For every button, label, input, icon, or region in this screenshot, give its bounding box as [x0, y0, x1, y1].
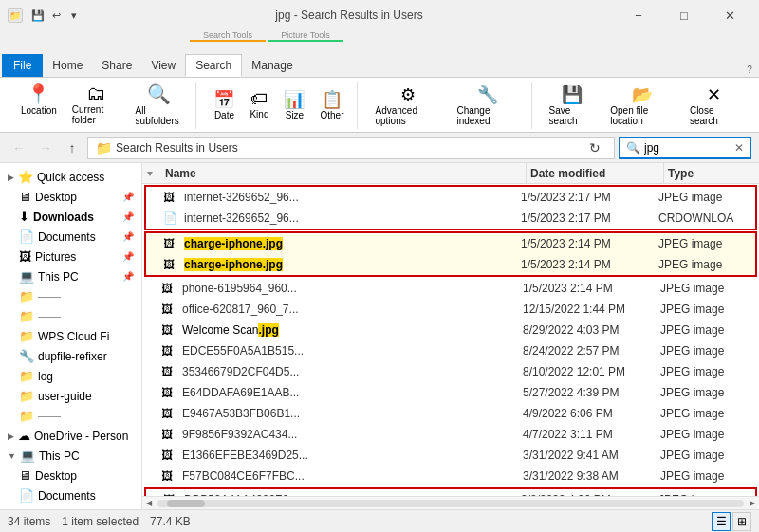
sidebar-item-folder3[interactable]: 📁 —— — [0, 406, 141, 426]
table-row[interactable]: 🖼 F57BC084CE6F7FBC... 3/31/2022 9:38 AM … — [142, 466, 759, 486]
h-scroll-thumb[interactable] — [167, 500, 205, 507]
help-icon[interactable]: ? — [742, 62, 757, 77]
forward-button[interactable]: → — [34, 137, 57, 159]
ribbon-btn-location[interactable]: 📍 Location — [15, 80, 63, 129]
tab-share[interactable]: Share — [92, 54, 141, 77]
ribbon-btn-close[interactable]: ✕ Close search — [684, 82, 744, 129]
file-name: 9F9856F9392AC434... — [178, 428, 523, 441]
sidebar-item-userguide[interactable]: 📁 user-guide — [0, 386, 141, 406]
table-row[interactable]: 🖼 E1366EFEBE3469D25... 3/31/2022 9:41 AM… — [142, 445, 759, 466]
tiles-view-button[interactable]: ⊞ — [732, 512, 751, 531]
sidebar-item-folder2[interactable]: 📁 —— — [0, 306, 141, 326]
details-view-button[interactable]: ☰ — [712, 512, 731, 531]
h-scroll-left-arrow[interactable]: ◀ — [142, 497, 156, 510]
sidebar-item-dupfile[interactable]: 🔧 dupfile-refixer — [0, 346, 141, 366]
ribbon-btn-all[interactable]: 🔍 All subfolders — [130, 80, 189, 129]
back-button[interactable]: ← — [8, 137, 30, 159]
qa-dropdown-icon[interactable]: ▾ — [66, 8, 82, 23]
sidebar-item-documents-pc[interactable]: 📄 Documents — [0, 486, 141, 505]
userguide-icon: 📁 — [19, 389, 34, 403]
h-scroll-track[interactable] — [157, 500, 744, 507]
sidebar-item-desktop-pc[interactable]: 🖥 Desktop — [0, 466, 141, 486]
horizontal-scrollbar[interactable]: ◀ ▶ — [142, 496, 759, 509]
ribbon-btn-kind[interactable]: 🏷 Kind — [244, 86, 274, 123]
table-row[interactable]: 🖼 phone-6195964_960... 1/5/2023 2:14 PM … — [142, 278, 759, 299]
tab-search[interactable]: Search — [185, 54, 242, 77]
sidebar-item-desktop-qa[interactable]: 🖥 Desktop 📌 — [0, 187, 141, 207]
col-header-name[interactable]: Name — [157, 163, 527, 184]
sidebar-item-pictures-qa[interactable]: 🖼 Pictures 📌 — [0, 247, 141, 266]
sidebar-quick-access[interactable]: ▶ ⭐ Quick access — [0, 167, 141, 187]
ribbon-btn-open[interactable]: 📂 Open file location — [604, 82, 680, 129]
ribbon-btn-other[interactable]: 📋 Other — [314, 86, 349, 123]
minimize-button[interactable]: − — [617, 0, 660, 30]
table-row[interactable]: 🖼 internet-3269652_96... 1/5/2023 2:17 P… — [146, 187, 755, 208]
ribbon-btn-save[interactable]: 💾 Save search — [544, 82, 602, 129]
table-row[interactable]: 🖼 charge-iphone.jpg 1/5/2023 2:14 PM JPE… — [146, 233, 755, 254]
sidebar-item-downloads-pc[interactable]: ⬇ Downloads — [0, 505, 141, 509]
pin-icon-5: 📌 — [122, 271, 134, 282]
downloads-icon: ⬇ — [19, 210, 29, 224]
h-scroll-right-arrow[interactable]: ▶ — [746, 497, 759, 510]
tab-home[interactable]: Home — [43, 54, 92, 77]
col-header-date[interactable]: Date modified — [527, 163, 664, 184]
search-clear-icon[interactable]: ✕ — [734, 141, 744, 155]
table-row[interactable]: 🖼 charge-iphone.jpg 1/5/2023 2:14 PM JPE… — [146, 254, 755, 275]
dupfile-icon: 🔧 — [19, 349, 34, 363]
tab-file[interactable]: File — [2, 54, 43, 77]
maximize-button[interactable]: □ — [662, 0, 706, 30]
sidebar-item-onedrive[interactable]: ▶ ☁ OneDrive - Person — [0, 426, 141, 446]
file-date: 8/24/2022 2:57 PM — [523, 344, 660, 358]
ribbon-btn-advanced[interactable]: ⚙ Advanced options — [369, 82, 447, 129]
ribbon-btn-change[interactable]: 🔧 Change indexed — [451, 82, 523, 129]
file-name: internet-3269652_96... — [180, 211, 521, 225]
file-name: internet-3269652_96... — [180, 191, 521, 204]
search-box[interactable]: 🔍 ✕ — [619, 137, 751, 159]
tab-manage[interactable]: Manage — [242, 54, 302, 77]
table-row[interactable]: 🖼 EDCE55F0A5A1B515... 8/24/2022 2:57 PM … — [142, 340, 759, 361]
file-type: JPEG image — [658, 258, 753, 271]
file-icon: 🖼 — [163, 237, 180, 250]
ribbon-btn-size[interactable]: 📊 Size — [278, 86, 310, 123]
ribbon-btn-current[interactable]: 🗂 Current folder — [66, 80, 126, 129]
table-row[interactable]: 🖼 office-620817_960_7... 12/15/2022 1:44… — [142, 299, 759, 320]
file-date: 1/5/2023 2:14 PM — [521, 237, 658, 250]
undo-icon[interactable]: ↩ — [48, 8, 64, 23]
up-button[interactable]: ↑ — [61, 137, 83, 159]
sidebar-label-desktop-pc: Desktop — [35, 469, 77, 483]
sidebar-item-folder1[interactable]: 📁 —— — [0, 286, 141, 306]
sidebar-label-downloads-pc: Downloads — [33, 509, 94, 510]
sidebar-item-log[interactable]: 📁 log — [0, 366, 141, 386]
view-toggle: ☰ ⊞ — [712, 512, 751, 531]
file-rows: 🖼 internet-3269652_96... 1/5/2023 2:17 P… — [142, 184, 759, 496]
quick-save-icon[interactable]: 💾 — [30, 8, 46, 23]
sidebar-item-downloads-qa[interactable]: ⬇ Downloads 📌 — [0, 207, 141, 227]
search-input[interactable] — [644, 141, 734, 155]
sidebar-item-this-pc-qa[interactable]: 💻 This PC 📌 — [0, 266, 141, 286]
file-name: office-620817_960_7... — [178, 303, 523, 316]
tab-view[interactable]: View — [141, 54, 185, 77]
sidebar-label-pictures: Pictures — [35, 250, 76, 264]
sidebar-item-this-pc[interactable]: ▼ 💻 This PC — [0, 446, 141, 466]
file-date: 4/9/2022 6:06 PM — [523, 407, 660, 420]
sidebar-label-folder1: —— — [38, 290, 61, 303]
close-button[interactable]: ✕ — [708, 0, 751, 30]
address-input[interactable]: 📁 Search Results in Users ↻ — [87, 137, 615, 159]
col-header-type[interactable]: Type — [664, 163, 759, 184]
sidebar-item-wps[interactable]: 📁 WPS Cloud Fi — [0, 326, 141, 346]
table-row[interactable]: 🖼 DDB53A4AA4000F6... 3/8/2022 4:36 PM JP… — [146, 489, 755, 496]
table-row[interactable]: 🖼 35346679D2CF04D5... 8/10/2022 12:01 PM… — [142, 361, 759, 382]
table-row[interactable]: 🖼 E64DDAFA69E1AAB... 5/27/2022 4:39 PM J… — [142, 382, 759, 403]
refresh-button[interactable]: ↻ — [583, 137, 606, 159]
file-date: 1/5/2023 2:14 PM — [521, 258, 658, 271]
sidebar-item-documents-qa[interactable]: 📄 Documents 📌 — [0, 227, 141, 247]
ribbon-btn-date[interactable]: 📅 Date — [208, 86, 240, 123]
table-row[interactable]: 🖼 E9467A53B3FB06B1... 4/9/2022 6:06 PM J… — [142, 403, 759, 424]
table-row[interactable]: 📄 internet-3269652_96... 1/5/2023 2:17 P… — [146, 208, 755, 229]
table-row[interactable]: 🖼 Welcome Scan.jpg 8/29/2022 4:03 PM JPE… — [142, 320, 759, 340]
file-date: 4/7/2022 3:11 PM — [523, 428, 660, 441]
sidebar-label-onedrive: OneDrive - Person — [34, 430, 128, 443]
file-type: JPEG image — [660, 407, 755, 420]
selected-info: 1 item selected — [62, 515, 139, 528]
table-row[interactable]: 🖼 9F9856F9392AC434... 4/7/2022 3:11 PM J… — [142, 424, 759, 445]
